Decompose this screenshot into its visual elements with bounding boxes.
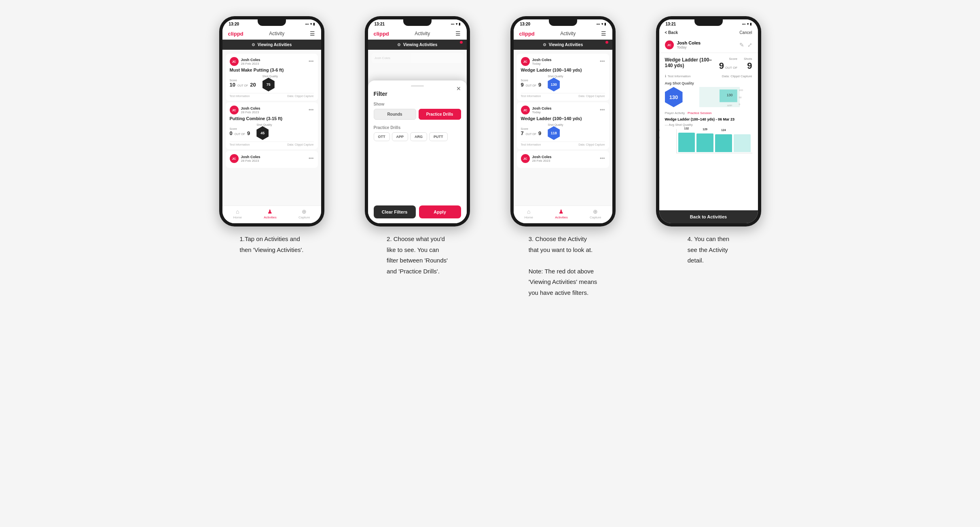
more-dots-3-3[interactable]: ••• bbox=[600, 156, 605, 161]
activity-card-3-1[interactable]: JC Josh Coles Today ••• Wedge Ladder (10… bbox=[517, 54, 609, 101]
nav-home-3[interactable]: ⌂ Home bbox=[525, 208, 533, 219]
clear-filters-button-2[interactable]: Clear Filters bbox=[374, 205, 416, 218]
score-value-1-1: 10 bbox=[230, 82, 235, 88]
avatar-3-2: JC bbox=[521, 106, 530, 114]
viewing-banner-3[interactable]: ⚙ Viewing Activities bbox=[514, 40, 612, 50]
drill-tag-ott-2[interactable]: OTT bbox=[374, 132, 390, 141]
detail-shots-col-4: Shots 9 bbox=[744, 57, 752, 71]
detail-header-actions-4: ✎ ⤢ bbox=[739, 42, 752, 48]
more-dots-3-1[interactable]: ••• bbox=[600, 59, 605, 64]
cancel-button-4[interactable]: Cancel bbox=[739, 30, 752, 35]
stat-outof-3-2: 7 OUT OF 9 bbox=[521, 130, 542, 136]
avg-sq-title-4: Avg Shot Quality bbox=[665, 81, 752, 85]
activity-card-1-2[interactable]: JC Josh Coles 28 Feb 2023 ••• Putting Co… bbox=[226, 102, 318, 149]
nav-home-1[interactable]: ⌂ Home bbox=[233, 208, 242, 219]
viewing-banner-2[interactable]: ⚙ Viewing Activities bbox=[368, 40, 467, 50]
step-1-column: 13:20 ▪▪▪ ▾ ▮ clippd Activity ☰ ⚙ View bbox=[207, 16, 337, 256]
avatar-4: JC bbox=[665, 40, 674, 49]
step-3-desc-line-3 bbox=[529, 256, 597, 265]
modal-close-icon-2[interactable]: ✕ bbox=[456, 85, 461, 92]
drill-tag-arg-2[interactable]: ARG bbox=[410, 132, 427, 141]
hamburger-icon-2[interactable]: ☰ bbox=[455, 30, 461, 37]
out-of-text-1-2: OUT OF bbox=[235, 133, 245, 135]
bar-chart-container-4: 132 129 124 bbox=[676, 129, 752, 153]
viewing-banner-1[interactable]: ⚙ Viewing Activities bbox=[222, 40, 321, 50]
shots-value-1-1: 20 bbox=[250, 82, 256, 88]
activity-card-1-3[interactable]: JC Josh Coles 28 Feb 2023 ••• bbox=[226, 151, 318, 168]
nav-capture-3[interactable]: ⊕ Capture bbox=[590, 208, 601, 219]
hamburger-icon-3[interactable]: ☰ bbox=[601, 30, 606, 37]
time-3: 13:20 bbox=[520, 22, 531, 26]
bar-chart-subtitle-4: --- Avg Shot Quality bbox=[665, 123, 752, 127]
shots-value-1-2: 9 bbox=[247, 130, 250, 136]
more-dots-1-2[interactable]: ••• bbox=[309, 107, 314, 113]
activities-icon-1: ♟ bbox=[267, 208, 273, 215]
activity-card-1-1[interactable]: JC Josh Coles 28 Feb 2023 ••• Must Make … bbox=[226, 54, 318, 101]
step-2-desc-line-1: 2. Choose what you'd bbox=[387, 235, 448, 244]
score-group-1-1: Score 10 OUT OF 20 bbox=[230, 79, 256, 88]
back-button-4[interactable]: < Back bbox=[665, 30, 678, 35]
score-value-3-2: 7 bbox=[521, 130, 524, 136]
drill-tag-putt-2[interactable]: PUTT bbox=[429, 132, 448, 141]
out-of-text-3-2: OUT OF bbox=[526, 133, 536, 135]
svg-text:50: 50 bbox=[739, 96, 741, 99]
nav-activities-3[interactable]: ♟ Activities bbox=[555, 208, 568, 219]
user-info-1-2: JC Josh Coles 28 Feb 2023 bbox=[230, 106, 260, 114]
y-label-80: 80 bbox=[659, 144, 660, 146]
card-footer-1-1: Test Information Data: Clippd Capture bbox=[230, 93, 314, 97]
show-label-2: Show bbox=[374, 102, 461, 106]
expand-icon-4[interactable]: ⤢ bbox=[747, 42, 752, 48]
footer-left-1-1: Test Information bbox=[230, 95, 250, 97]
user-info-1-3: JC Josh Coles 28 Feb 2023 bbox=[230, 154, 260, 163]
wifi-icon-3: ▾ bbox=[601, 22, 603, 26]
page-container: 13:20 ▪▪▪ ▾ ▮ clippd Activity ☰ ⚙ View bbox=[207, 16, 773, 299]
edit-icon-4[interactable]: ✎ bbox=[739, 42, 744, 48]
shots-value-3-1: 9 bbox=[538, 82, 541, 88]
nav-home-label-3: Home bbox=[525, 216, 533, 219]
step-2-desc-line-4: and 'Practice Drills'. bbox=[387, 267, 448, 276]
step-4-desc-line-3: detail. bbox=[688, 256, 729, 265]
stat-outof-3-1: 9 OUT OF 9 bbox=[521, 82, 542, 88]
drill-tag-app-2[interactable]: APP bbox=[392, 132, 409, 141]
step-2-desc-line-3: filter between 'Rounds' bbox=[387, 256, 448, 265]
card-footer-3-1: Test Information Data: Clippd Capture bbox=[521, 93, 605, 97]
phone-3-frame: 13:20 ▪▪▪ ▾ ▮ clippd Activity ☰ ⚙ View bbox=[510, 16, 616, 226]
activity-card-3-2[interactable]: JC Josh Coles Today ••• Wedge Ladder (10… bbox=[517, 102, 609, 149]
viewing-banner-text-1: Viewing Activities bbox=[258, 42, 292, 47]
step-4-description: 4. You can then see the Activity detail. bbox=[686, 235, 731, 267]
score-value-3-1: 9 bbox=[521, 82, 524, 88]
hamburger-icon-1[interactable]: ☰ bbox=[310, 30, 315, 37]
apply-button-2[interactable]: Apply bbox=[419, 205, 461, 218]
y-axis-labels-4: 140 100 80 60 bbox=[659, 129, 660, 153]
detail-header-left-4: JC Josh Coles Today bbox=[665, 40, 701, 49]
back-to-activities-button-4[interactable]: Back to Activities bbox=[659, 210, 758, 223]
out-of-text-1-1: OUT OF bbox=[237, 84, 248, 87]
activity-list-1: JC Josh Coles 28 Feb 2023 ••• Must Make … bbox=[222, 50, 321, 205]
detail-outof-label-4: OUT OF bbox=[725, 66, 737, 70]
phone-3-screen: 13:20 ▪▪▪ ▾ ▮ clippd Activity ☰ ⚙ View bbox=[514, 19, 612, 223]
activity-card-3-3[interactable]: JC Josh Coles 28 Feb 2023 ••• bbox=[517, 151, 609, 168]
red-dot-2 bbox=[460, 41, 463, 44]
filter-tab-rounds-2[interactable]: Rounds bbox=[374, 109, 416, 120]
user-name-1-3: Josh Coles bbox=[241, 155, 260, 159]
nav-activities-1[interactable]: ♟ Activities bbox=[264, 208, 277, 219]
viewing-banner-text-3: Viewing Activities bbox=[549, 42, 583, 47]
mini-chart-svg-4: 130 100 50 0 APP bbox=[687, 87, 752, 107]
app-nav-title-2: Activity bbox=[415, 31, 430, 36]
detail-shots-value-4: 9 bbox=[747, 61, 752, 71]
phone-4-frame: 13:21 ▪▪▪ ▾ ▮ < Back Cancel JC bbox=[656, 16, 761, 226]
detail-user-name-4: Josh Coles bbox=[677, 40, 701, 45]
more-dots-3-2[interactable]: ••• bbox=[600, 107, 605, 113]
card-stats-1-1: Score 10 OUT OF 20 Shot Quality 75 bbox=[230, 75, 314, 91]
footer-right-3-2: Data: Clippd Capture bbox=[578, 143, 605, 146]
score-group-1-2: Score 0 OUT OF 9 bbox=[230, 127, 250, 136]
more-dots-1-3[interactable]: ••• bbox=[309, 156, 314, 161]
card-title-1-2: Putting Combine (3-15 ft) bbox=[230, 116, 314, 121]
filter-tab-practice-2[interactable]: Practice Drills bbox=[419, 109, 461, 120]
nav-capture-1[interactable]: ⊕ Capture bbox=[298, 208, 310, 219]
more-dots-1-1[interactable]: ••• bbox=[309, 59, 314, 64]
app-logo-2: clippd bbox=[374, 31, 389, 37]
y-label-100: 100 bbox=[659, 136, 660, 139]
filter-tabs-2: Rounds Practice Drills bbox=[374, 109, 461, 120]
phone-2-frame: 13:21 ▪▪▪ ▾ ▮ clippd Activity ☰ ⚙ View bbox=[365, 16, 470, 226]
